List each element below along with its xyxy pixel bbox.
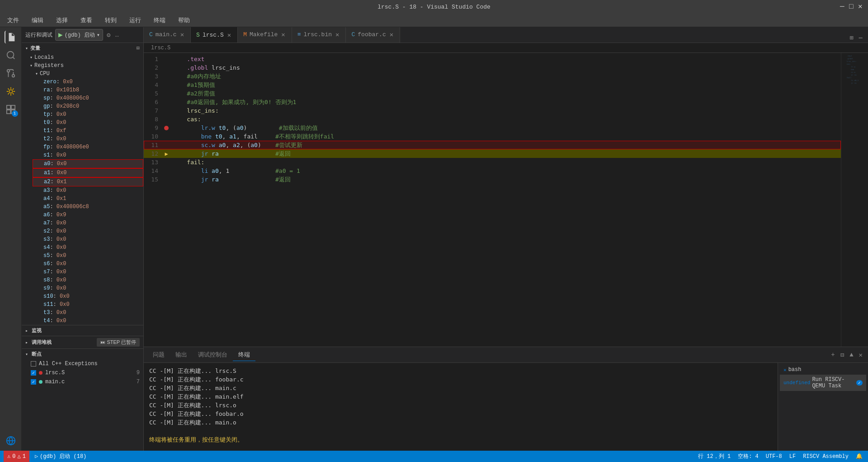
term-tab-问题[interactable]: 问题 [147, 349, 170, 361]
debug-config-status[interactable]: ▷ (gdb) 启动 (18) [33, 452, 88, 460]
term-tab-输出[interactable]: 输出 [170, 349, 193, 361]
step-button[interactable]: ⏭ STEP 已暂停 [97, 338, 140, 347]
reg-item-t0[interactable]: t0: 0x0 [33, 119, 143, 127]
tab-main.c[interactable]: Cmain.c✕ [144, 27, 191, 43]
terminal-session-Run RISCV-QEMU Task[interactable]: undefinedRun RISCV-QEMU Task✓ [780, 375, 866, 391]
bp-item-lrsc.S[interactable]: ✓lrsc.S9 [22, 368, 143, 377]
bp-checkbox[interactable] [31, 361, 36, 367]
watch-header[interactable]: ▸ 监视 [22, 325, 143, 336]
term-tab-调试控制台[interactable]: 调试控制台 [193, 349, 233, 361]
language-status[interactable]: RISCV Assembly [801, 453, 850, 460]
reg-item-s3[interactable]: s3: 0x0 [33, 235, 143, 243]
add-terminal-icon[interactable]: + [829, 350, 836, 360]
extensions-icon[interactable]: 1 [5, 103, 17, 116]
menu-item-终端[interactable]: 终端 [151, 15, 168, 25]
reg-item-a4[interactable]: a4: 0x1 [33, 195, 143, 203]
remote-icon[interactable] [5, 434, 17, 447]
reg-item-s2[interactable]: s2: 0x0 [33, 227, 143, 235]
reg-item-a1[interactable]: a1: 0x0 [33, 168, 143, 177]
notifications-icon[interactable]: 🔔 [854, 453, 864, 460]
menu-item-文件[interactable]: 文件 [5, 15, 22, 25]
tab-close-icon[interactable]: ✕ [280, 31, 286, 38]
tab-lrsc.S[interactable]: Slrsc.S✕ [191, 27, 238, 43]
tab-close-icon[interactable]: ✕ [226, 31, 232, 39]
encoding-status[interactable]: UTF-8 [764, 453, 784, 460]
search-icon[interactable] [5, 49, 17, 62]
explorer-icon[interactable] [5, 31, 17, 43]
reg-item-fp[interactable]: fp: 0x408006e0 [33, 143, 143, 151]
variables-section-header[interactable]: ▾ 变量 [25, 45, 41, 52]
reg-item-s7[interactable]: s7: 0x0 [33, 268, 143, 276]
bp-checkbox[interactable]: ✓ [31, 370, 36, 376]
menu-item-转到[interactable]: 转到 [102, 15, 119, 25]
bp-item-All C++ Exceptions[interactable]: All C++ Exceptions [22, 359, 143, 368]
menu-item-查看[interactable]: 查看 [78, 15, 95, 25]
more-tabs-icon[interactable]: ⋯ [857, 33, 864, 43]
reg-item-gp[interactable]: gp: 0x208c0 [33, 102, 143, 110]
tab-close-icon[interactable]: ✕ [179, 31, 185, 38]
tab-lrsc.bin[interactable]: ≡lrsc.bin✕ [292, 27, 346, 43]
menu-item-选择[interactable]: 选择 [53, 15, 71, 25]
reg-item-s6[interactable]: s6: 0x0 [33, 260, 143, 268]
reg-item-s9[interactable]: s9: 0x0 [33, 284, 143, 292]
debug-status[interactable]: ⚠ 0 △ 1 [4, 451, 29, 462]
tab-foobar.c[interactable]: Cfoobar.c✕ [346, 27, 400, 43]
maximize-button[interactable]: □ [849, 4, 854, 10]
more-options-icon[interactable]: … [114, 30, 120, 39]
menu-item-帮助[interactable]: 帮助 [175, 15, 193, 25]
locals-header[interactable]: ▾ Locals [27, 53, 143, 62]
reg-item-a6[interactable]: a6: 0x9 [33, 211, 143, 219]
reg-item-t1[interactable]: t1: 0xf [33, 127, 143, 135]
minimize-button[interactable]: ─ [840, 4, 845, 10]
reg-item-a5[interactable]: a5: 0x408006c8 [33, 203, 143, 211]
menu-item-编辑[interactable]: 编辑 [29, 15, 46, 25]
reg-item-s1[interactable]: s1: 0x0 [33, 151, 143, 159]
reg-item-s8[interactable]: s8: 0x0 [33, 276, 143, 284]
bp-checkbox[interactable]: ✓ [31, 379, 36, 385]
breakpoints-header[interactable]: ▾ 断点 [22, 349, 143, 359]
reg-item-ra[interactable]: ra: 0x101b8 [33, 86, 143, 94]
reg-item-t4[interactable]: t4: 0x0 [33, 317, 143, 325]
close-panel-icon[interactable]: ✕ [857, 350, 864, 360]
reg-item-a2[interactable]: a2: 0x1 [33, 177, 143, 186]
title-bar: lrsc.S - 18 - Visual Studio Code ─ □ ✕ [0, 0, 868, 14]
tab-close-icon[interactable]: ✕ [389, 31, 394, 38]
reg-item-zero[interactable]: zero: 0x0 [33, 78, 143, 86]
reg-item-tp[interactable]: tp: 0x0 [33, 110, 143, 119]
terminal-session-bash[interactable]: ✕bash [780, 365, 866, 375]
terminal-main[interactable]: CC -[M] 正在构建... lrsc.SCC -[M] 正在构建... fo… [144, 363, 778, 451]
callstack-header[interactable]: ▸ 调用堆栈 ⏭ STEP 已暂停 [22, 336, 143, 348]
code-editor[interactable]: 1 .text2 .globl lrsc_ins3 #a0内存地址4 #a1预期… [144, 53, 841, 347]
reg-item-a0[interactable]: a0: 0x0 [33, 159, 143, 168]
bp-item-main.c[interactable]: ✓main.c7 [22, 377, 143, 386]
maximize-panel-icon[interactable]: ▲ [848, 350, 855, 360]
reg-item-s10[interactable]: s10: 0x0 [33, 292, 143, 300]
line-col-status[interactable]: 行 12，列 1 [696, 452, 732, 460]
tab-close-icon[interactable]: ✕ [335, 31, 340, 38]
reg-item-t2[interactable]: t2: 0x0 [33, 135, 143, 143]
settings-icon[interactable]: ⚙ [106, 30, 111, 40]
term-tab-终端[interactable]: 终端 [233, 349, 255, 361]
debug-config-select[interactable]: ▶ (gdb) 启动 ▾ [55, 29, 103, 41]
reg-item-a7[interactable]: a7: 0x0 [33, 219, 143, 227]
split-editor-icon[interactable]: ⊞ [848, 33, 855, 43]
registers-header[interactable]: ▾ Registers [27, 62, 143, 70]
split-terminal-icon[interactable]: ⊟ [839, 350, 846, 360]
svg-point-0 [7, 52, 14, 58]
source-control-icon[interactable] [5, 67, 17, 80]
debug-icon[interactable] [5, 85, 17, 98]
reg-item-sp[interactable]: sp: 0x408006c0 [33, 94, 143, 102]
line-ending-status[interactable]: LF [788, 453, 797, 460]
menu-item-运行[interactable]: 运行 [127, 15, 144, 25]
close-button[interactable]: ✕ [858, 4, 863, 10]
reg-item-a3[interactable]: a3: 0x0 [33, 186, 143, 195]
reg-item-s4[interactable]: s4: 0x0 [33, 243, 143, 252]
copy-icon[interactable]: ⊞ [137, 45, 140, 52]
reg-item-s11[interactable]: s11: 0x0 [33, 300, 143, 309]
reg-item-t3[interactable]: t3: 0x0 [33, 309, 143, 317]
reg-item-s5[interactable]: s5: 0x0 [33, 252, 143, 260]
spaces-status[interactable]: 空格: 4 [736, 452, 760, 460]
terminal-line: CC -[M] 正在构建... foobar.o [149, 410, 772, 418]
tab-Makefile[interactable]: MMakefile✕ [238, 27, 292, 43]
cpu-header[interactable]: ▾ CPU [33, 70, 143, 78]
